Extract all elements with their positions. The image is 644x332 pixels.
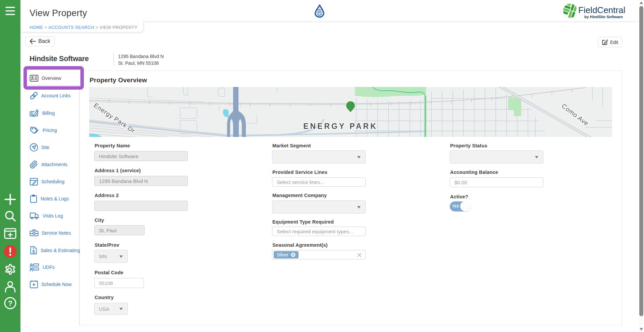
svg-text:$: $ [32, 249, 35, 254]
svg-text:irrigation: irrigation [317, 11, 322, 13]
svg-text:$: $ [31, 112, 33, 116]
svg-text:ENERGY PARK: ENERGY PARK [303, 122, 378, 131]
svg-text:?: ? [8, 299, 12, 307]
